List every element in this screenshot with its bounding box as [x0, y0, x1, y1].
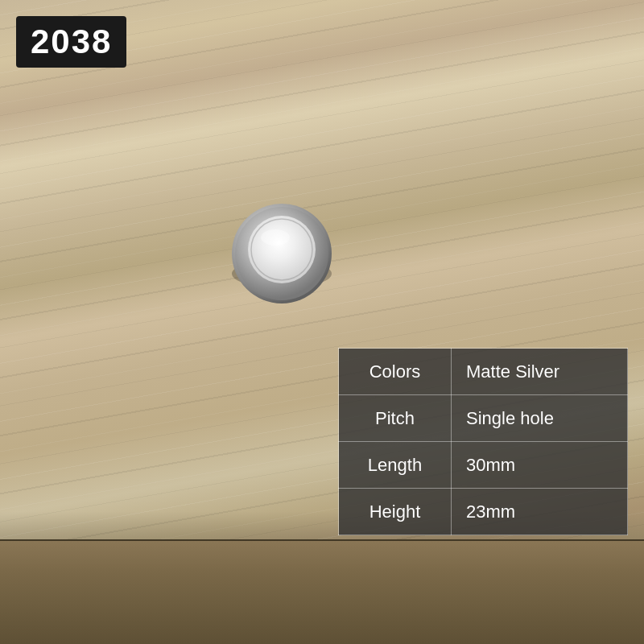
- spec-value: Single hole: [452, 395, 628, 442]
- table-row: PitchSingle hole: [339, 395, 628, 442]
- spec-value: Matte Silver: [452, 349, 628, 395]
- table-row: Length30mm: [339, 442, 628, 489]
- svg-point-7: [261, 229, 290, 246]
- product-id-text: 2038: [31, 23, 112, 60]
- svg-point-5: [248, 216, 316, 283]
- main-container: 2038: [0, 0, 644, 644]
- spec-value: 23mm: [452, 489, 628, 535]
- knob-container: [217, 177, 346, 306]
- spec-label: Pitch: [339, 395, 452, 442]
- table-row: ColorsMatte Silver: [339, 349, 628, 395]
- shelf-front: [0, 539, 644, 644]
- spec-label: Colors: [339, 349, 452, 395]
- spec-value: 30mm: [452, 442, 628, 489]
- spec-label: Length: [339, 442, 452, 489]
- knob-image: [217, 177, 346, 306]
- product-id-badge: 2038: [16, 16, 126, 68]
- info-table: ColorsMatte SilverPitchSingle holeLength…: [338, 348, 628, 535]
- table-row: Height23mm: [339, 489, 628, 535]
- spec-label: Height: [339, 489, 452, 535]
